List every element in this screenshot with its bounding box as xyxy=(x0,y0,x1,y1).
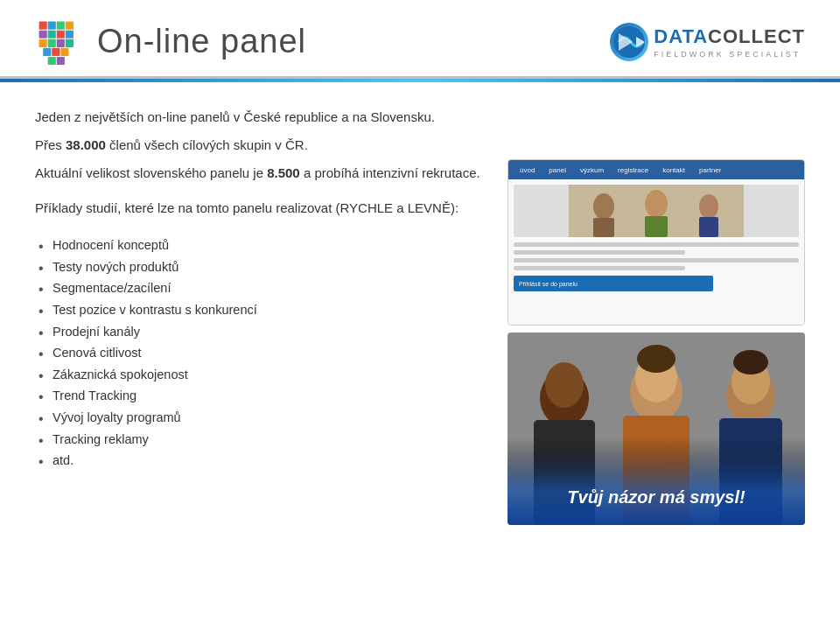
screenshot-mockup: úvod panel výzkum registrace kontakt par… xyxy=(508,159,805,326)
svg-rect-38 xyxy=(508,438,805,525)
list-item: Segmentace/zacílení xyxy=(35,277,481,299)
logo-icon xyxy=(610,23,648,61)
list-item: Testy nových produktů xyxy=(35,256,481,278)
svg-rect-14 xyxy=(60,48,68,56)
logo-subtitle: FIELDWORK SPECIALIST xyxy=(654,50,805,59)
intro-line-3: Aktuální velikost slovenského panelu je … xyxy=(35,163,481,184)
screenshot-body: Přihlásit se do panelu xyxy=(508,179,804,325)
nav-item-6: partner xyxy=(695,164,725,176)
svg-rect-11 xyxy=(66,39,74,47)
svg-point-22 xyxy=(645,190,668,218)
screenshot-line xyxy=(514,258,799,262)
svg-point-20 xyxy=(593,193,614,220)
svg-rect-2 xyxy=(57,22,65,30)
nav-item-3: výzkum xyxy=(576,164,608,176)
svg-point-37 xyxy=(733,350,768,374)
svg-rect-13 xyxy=(52,48,60,56)
list-item: Vývoj loyalty programů xyxy=(35,407,481,429)
intro-line-2: Přes 38.000 členů všech cílových skupin … xyxy=(35,135,481,156)
list-item: Test pozice v kontrastu s konkurencí xyxy=(35,299,481,321)
svg-rect-6 xyxy=(57,31,65,38)
svg-rect-21 xyxy=(593,218,614,237)
screenshot-line xyxy=(514,266,685,270)
bullet-list: Hodnocení konceptů Testy nových produktů… xyxy=(35,234,481,472)
logo-data-text: DATA xyxy=(654,25,708,47)
list-item: Cenová citlivost xyxy=(35,342,481,364)
svg-rect-8 xyxy=(39,39,47,47)
svg-text:Tvůj názor má smysl!: Tvůj názor má smysl! xyxy=(567,487,746,507)
logo-collect-text: COLLECT xyxy=(708,25,805,47)
list-item: atd. xyxy=(35,450,481,472)
svg-rect-12 xyxy=(43,48,51,56)
nav-item-2: panel xyxy=(544,164,570,176)
svg-rect-23 xyxy=(645,216,668,237)
svg-rect-4 xyxy=(39,31,47,38)
svg-point-33 xyxy=(637,345,676,373)
list-item: Hodnocení konceptů xyxy=(35,234,481,256)
list-item: Zákaznická spokojenost xyxy=(35,364,481,386)
screenshot-line xyxy=(514,242,799,247)
section-title: Příklady studií, které lze na tomto pane… xyxy=(35,198,481,219)
svg-rect-16 xyxy=(57,57,65,65)
intro-line-1: Jeden z největších on-line panelů v Česk… xyxy=(35,107,481,128)
logo-brand: DATACOLLECT FIELDWORK SPECIALIST xyxy=(610,23,805,61)
people-photo: Tvůj názor má smysl! xyxy=(508,332,805,525)
list-item: Tracking reklamy xyxy=(35,429,481,451)
nav-item-5: kontakt xyxy=(658,164,690,176)
svg-rect-10 xyxy=(57,39,65,47)
page-title: On-line panel xyxy=(97,23,306,60)
nav-item-1: úvod xyxy=(515,164,539,176)
svg-point-28 xyxy=(545,362,584,408)
brain-icon xyxy=(35,18,83,66)
svg-rect-9 xyxy=(48,39,56,47)
main-content: Jeden z největších on-line panelů v Česk… xyxy=(0,82,840,542)
screenshot-line xyxy=(514,250,685,255)
svg-rect-0 xyxy=(39,22,47,30)
nav-item-4: registrace xyxy=(613,164,653,176)
svg-point-24 xyxy=(699,194,718,219)
svg-rect-25 xyxy=(699,217,718,237)
svg-rect-15 xyxy=(48,57,56,65)
list-item: Trend Tracking xyxy=(35,385,481,407)
svg-rect-5 xyxy=(48,31,56,38)
text-column: Jeden z největších on-line panelů v Česk… xyxy=(35,107,481,525)
svg-rect-7 xyxy=(66,31,74,38)
image-panel: úvod panel výzkum registrace kontakt par… xyxy=(508,159,805,525)
list-item: Prodejní kanály xyxy=(35,321,481,343)
page-header: On-line panel DATACOLLECT FIELDWORK SPEC… xyxy=(0,0,840,79)
header-left: On-line panel xyxy=(35,18,610,66)
datacollect-logo: DATACOLLECT FIELDWORK SPECIALIST xyxy=(610,23,805,61)
svg-rect-3 xyxy=(66,22,74,30)
svg-rect-1 xyxy=(48,22,56,30)
screenshot-top-bar: úvod panel výzkum registrace kontakt par… xyxy=(508,160,804,179)
